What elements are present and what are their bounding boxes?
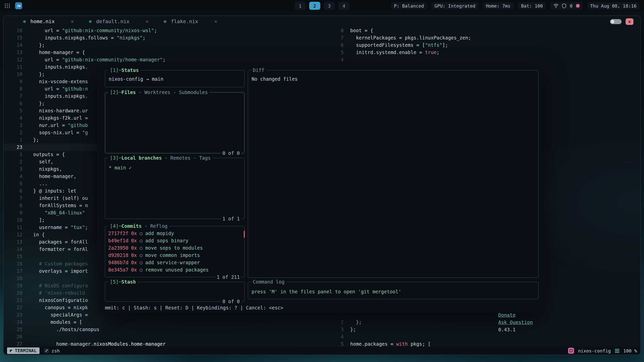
workspace-button-4[interactable]: 4 — [338, 2, 349, 10]
line-number: 6 — [4, 100, 22, 107]
shield-icon[interactable] — [562, 4, 566, 8]
statusbar-right: nixos-config 100 % — [568, 348, 637, 354]
code-text: }; — [33, 100, 45, 107]
line-number: 27 — [4, 340, 22, 347]
workspace-button-3[interactable]: 3 — [324, 2, 335, 10]
lazygit-files-panel[interactable]: [2]─Files - Worktrees - Submodules 0 of … — [105, 92, 245, 153]
line-number: 23 — [4, 144, 22, 151]
code-text: self, — [33, 158, 53, 165]
code-text: nixosConfiguratio — [33, 297, 88, 304]
workspace-button-2[interactable]: 2 — [309, 2, 320, 10]
lazygit-diff-panel[interactable]: Diff No changed files — [248, 70, 539, 278]
line-number: 9 — [4, 78, 22, 85]
lazygit-version: 0.43.1 — [498, 327, 516, 332]
power-profile-module: P: Balanced — [391, 2, 427, 10]
tray-icons: 0 — [550, 2, 583, 10]
commit-row[interactable]: b49ef1d0x○add sops binary — [108, 237, 241, 244]
logo-badge[interactable]: JW — [15, 2, 22, 9]
code-text: nixos-hardware.ur — [33, 107, 88, 114]
line-number: 8 — [4, 202, 22, 209]
commit-row[interactable]: 9486b7d0x○add service-wrapper — [108, 259, 241, 266]
line-number: 15 — [4, 34, 22, 41]
line-number: 13 — [4, 238, 22, 246]
code-text: home-manager = { — [33, 49, 85, 56]
code-text: inputs.nixpkgs. — [33, 93, 88, 100]
lazygit-stash-panel[interactable]: [5]─Stash 0 of 0 — [105, 282, 245, 302]
workspace-button-1[interactable]: 1 — [295, 2, 306, 10]
tab-flake.nix[interactable]: ❄flake.nix× — [164, 18, 217, 24]
tab-close-icon[interactable]: × — [71, 18, 74, 24]
editor-line: 13 home-manager = { — [4, 49, 332, 56]
panel-title: [1]─Status — [108, 67, 140, 74]
code-text: # 'nixos-rebuild — [33, 289, 85, 297]
clock[interactable]: Thu Aug 08, 18:16 — [587, 2, 639, 10]
commit-row[interactable]: d9202180x○move common imports — [108, 252, 241, 259]
diff-content: No changed files — [248, 70, 538, 83]
commit-list: 2717f2f0x○add mopidyb49ef1d0x○add sops b… — [105, 226, 244, 274]
line-number: 7 — [4, 93, 22, 100]
code-text: in { — [33, 231, 45, 238]
code-text: specialArgs = — [33, 311, 88, 319]
window-close-button[interactable]: × — [626, 18, 633, 25]
lazygit-keybar: mmit: c | Stash: s | Reset: D | Keybindi… — [105, 304, 538, 341]
nix-snowflake-icon: ❄ — [23, 19, 26, 24]
line-number: 6 — [332, 41, 344, 49]
code-text: }; — [33, 136, 39, 144]
commit-row[interactable]: 2717f2f0x○add mopidy — [108, 230, 241, 237]
code-text: inputs.nixpkgs. — [33, 63, 88, 71]
code-text: nixpkgs-f2k.url = — [33, 114, 88, 122]
indicator-dot-icon[interactable] — [576, 4, 580, 8]
tab-default.nix[interactable]: ❄default.nix× — [89, 18, 148, 24]
code-text: boot = { — [350, 27, 373, 34]
tab-close-icon[interactable]: × — [214, 18, 217, 24]
nix-snowflake-icon: ❄ — [164, 19, 167, 24]
code-text: }; — [33, 41, 45, 49]
code-text: url = "github:nix-community/nixos-wsl"; — [33, 27, 157, 34]
donate-link[interactable]: Donate — [498, 312, 516, 318]
tab-label: flake.nix — [171, 18, 198, 24]
commit-row[interactable]: 8e345a70x○remove unused packages — [108, 266, 241, 274]
tab-strip: ❄home.nix×❄default.nix×❄flake.nix× — [4, 16, 640, 27]
code-text: nixpkgs, — [33, 165, 62, 173]
code-text: nur.url = "github — [33, 122, 88, 129]
lazygit-command-log-panel[interactable]: Command log press 'M' in the files panel… — [248, 282, 539, 299]
line-number: 20 — [4, 289, 22, 297]
line-number: 9 — [4, 209, 22, 216]
lazygit-branches-panel[interactable]: [3]─Local branches - Remotes - Tags * ma… — [105, 158, 245, 219]
code-text: kernelPackages = pkgs.linuxPackages_zen; — [350, 34, 471, 41]
code-text: username = "tux"; — [33, 224, 88, 231]
lazygit-commits-panel[interactable]: [4]─Commits - Reflog 2717f2f0x○add mopid… — [105, 226, 245, 277]
mode-indicator: ◤ TERMINAL — [7, 347, 39, 354]
editor-pane-right-top: 8boot = {7 kernelPackages = pkgs.linuxPa… — [332, 27, 640, 63]
taskbar-left: JW — [5, 2, 22, 9]
shell-tab[interactable]: zsh — [44, 348, 60, 353]
line-number: 2 — [4, 158, 22, 165]
code-text: "x86_64-linux" — [33, 209, 85, 216]
panel-title: [4]─Commits - Reflog — [108, 222, 169, 230]
workspace-switcher: 1234 — [295, 2, 349, 10]
ask-question-link[interactable]: Ask Question — [498, 320, 533, 325]
line-number: 12 — [4, 231, 22, 238]
wifi-icon[interactable] — [553, 4, 558, 8]
tab-close-icon[interactable]: × — [146, 18, 149, 24]
window-toggle[interactable] — [610, 19, 622, 24]
line-number: 25 — [4, 326, 22, 333]
commit-row[interactable]: 2a239500x○move sops to modules — [108, 244, 241, 252]
taskbar: JW 1234 P: Balanced GPU: Integrated Home… — [0, 0, 644, 12]
line-number: 10 — [4, 71, 22, 78]
session-name: nixos-config — [578, 348, 611, 353]
tab-label: default.nix — [96, 18, 129, 24]
battery-module: Bat: 100 — [518, 2, 546, 10]
line-number: 5 — [4, 180, 22, 187]
code-text: formatter = forAl — [33, 246, 88, 253]
scrollbar[interactable] — [244, 231, 245, 238]
lazygit-status-panel[interactable]: [1]─Status nixos-config → main — [105, 70, 245, 87]
app-launcher-icon[interactable] — [5, 3, 10, 9]
code-text: # NixOS configura — [33, 282, 88, 289]
nix-snowflake-icon: ❄ — [89, 19, 92, 24]
keybar-hints: mmit: c | Stash: s | Reset: D | Keybindi… — [105, 304, 283, 341]
code-text: inputs.nixpkgs.follows = "nixpkgs"; — [33, 34, 145, 41]
tab-home.nix[interactable]: ❄home.nix× — [23, 18, 74, 24]
line-number: 5 — [332, 49, 344, 56]
code-text: url = "github:n — [33, 85, 88, 93]
